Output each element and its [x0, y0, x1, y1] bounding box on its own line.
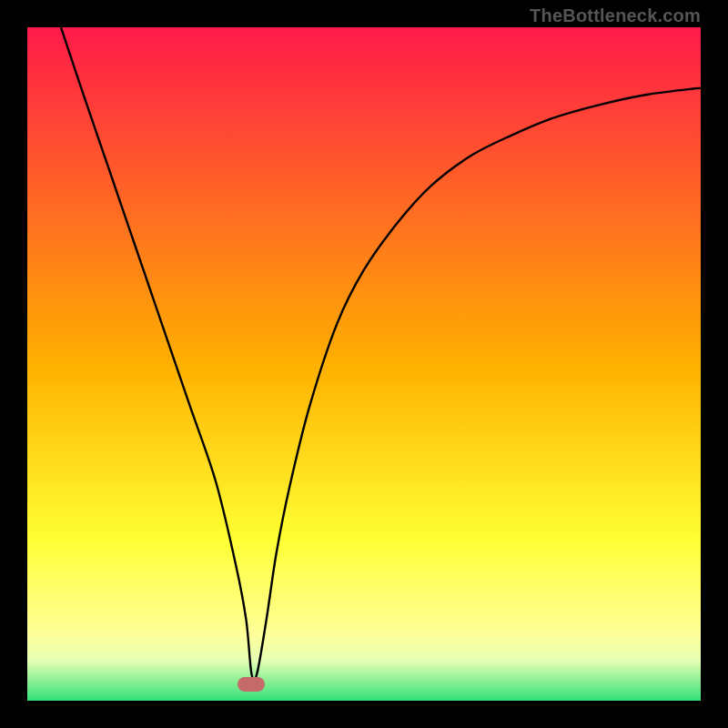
- optimal-point-marker: [238, 677, 265, 692]
- attribution-text: TheBottleneck.com: [530, 5, 701, 26]
- chart-plot-area: [27, 27, 701, 701]
- gradient-background: [27, 27, 701, 701]
- chart-svg: [27, 27, 701, 701]
